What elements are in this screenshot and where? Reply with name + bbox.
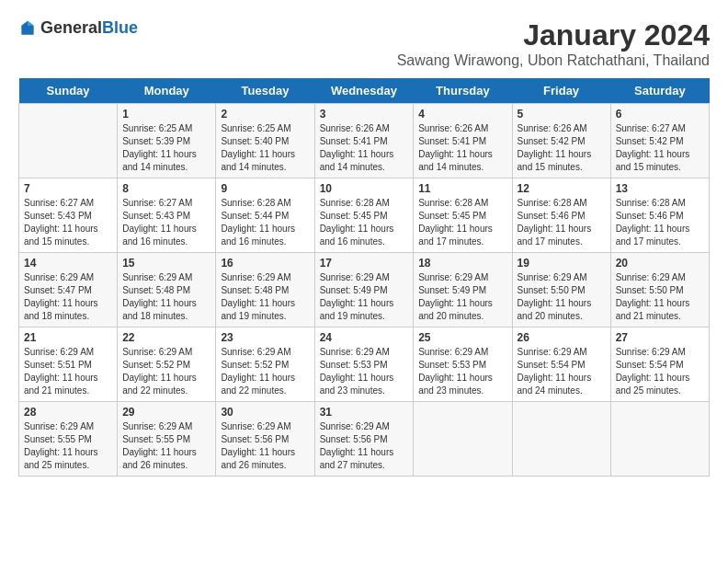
week-row-4: 21Sunrise: 6:29 AM Sunset: 5:51 PM Dayli… — [19, 327, 710, 402]
date-number: 24 — [320, 331, 409, 344]
date-number: 29 — [122, 406, 210, 419]
date-number: 12 — [518, 182, 606, 195]
calendar-cell: 8Sunrise: 6:27 AM Sunset: 5:43 PM Daylig… — [118, 178, 216, 253]
date-number: 14 — [24, 257, 112, 270]
calendar-cell: 6Sunrise: 6:27 AM Sunset: 5:42 PM Daylig… — [610, 104, 709, 178]
date-number: 27 — [616, 331, 704, 344]
date-number: 5 — [518, 108, 606, 121]
calendar-cell: 30Sunrise: 6:29 AM Sunset: 5:56 PM Dayli… — [216, 402, 314, 477]
cell-info: Sunrise: 6:29 AM Sunset: 5:56 PM Dayligh… — [221, 420, 309, 472]
day-header-sunday: Sunday — [19, 78, 118, 104]
date-number: 2 — [221, 108, 309, 121]
cell-info: Sunrise: 6:29 AM Sunset: 5:48 PM Dayligh… — [221, 271, 309, 323]
calendar-cell: 9Sunrise: 6:28 AM Sunset: 5:44 PM Daylig… — [216, 178, 314, 253]
cell-info: Sunrise: 6:29 AM Sunset: 5:54 PM Dayligh… — [518, 346, 606, 397]
calendar-cell — [610, 402, 709, 477]
cell-info: Sunrise: 6:26 AM Sunset: 5:41 PM Dayligh… — [320, 122, 409, 174]
date-number: 21 — [24, 331, 112, 344]
calendar-cell: 7Sunrise: 6:27 AM Sunset: 5:43 PM Daylig… — [19, 178, 118, 253]
calendar-cell: 20Sunrise: 6:29 AM Sunset: 5:50 PM Dayli… — [610, 253, 709, 327]
calendar-cell: 31Sunrise: 6:29 AM Sunset: 5:56 PM Dayli… — [314, 402, 414, 477]
cell-info: Sunrise: 6:28 AM Sunset: 5:45 PM Dayligh… — [418, 197, 506, 248]
calendar-cell: 3Sunrise: 6:26 AM Sunset: 5:41 PM Daylig… — [314, 104, 414, 178]
calendar-cell: 16Sunrise: 6:29 AM Sunset: 5:48 PM Dayli… — [216, 253, 314, 327]
calendar-cell: 17Sunrise: 6:29 AM Sunset: 5:49 PM Dayli… — [314, 253, 414, 327]
subtitle: Sawang Wirawong, Ubon Ratchathani, Thail… — [397, 52, 710, 69]
calendar-cell: 27Sunrise: 6:29 AM Sunset: 5:54 PM Dayli… — [610, 327, 709, 402]
day-header-tuesday: Tuesday — [216, 78, 314, 104]
cell-info: Sunrise: 6:29 AM Sunset: 5:56 PM Dayligh… — [320, 420, 409, 472]
cell-info: Sunrise: 6:29 AM Sunset: 5:50 PM Dayligh… — [518, 271, 606, 323]
calendar-cell: 24Sunrise: 6:29 AM Sunset: 5:53 PM Dayli… — [314, 327, 414, 402]
cell-info: Sunrise: 6:29 AM Sunset: 5:55 PM Dayligh… — [24, 420, 112, 472]
cell-info: Sunrise: 6:25 AM Sunset: 5:39 PM Dayligh… — [122, 122, 210, 174]
date-number: 4 — [418, 108, 506, 121]
calendar-cell: 18Sunrise: 6:29 AM Sunset: 5:49 PM Dayli… — [414, 253, 512, 327]
calendar-cell: 25Sunrise: 6:29 AM Sunset: 5:53 PM Dayli… — [414, 327, 512, 402]
date-number: 18 — [418, 257, 506, 270]
date-number: 3 — [320, 108, 409, 121]
cell-info: Sunrise: 6:29 AM Sunset: 5:52 PM Dayligh… — [122, 346, 210, 397]
main-title: January 2024 — [397, 18, 710, 52]
cell-info: Sunrise: 6:25 AM Sunset: 5:40 PM Dayligh… — [221, 122, 309, 174]
logo-icon — [18, 19, 37, 38]
cell-info: Sunrise: 6:29 AM Sunset: 5:50 PM Dayligh… — [616, 271, 704, 323]
cell-info: Sunrise: 6:26 AM Sunset: 5:42 PM Dayligh… — [518, 122, 606, 174]
cell-info: Sunrise: 6:29 AM Sunset: 5:49 PM Dayligh… — [418, 271, 506, 323]
cell-info: Sunrise: 6:29 AM Sunset: 5:49 PM Dayligh… — [320, 271, 409, 323]
date-number: 15 — [122, 257, 210, 270]
week-row-5: 28Sunrise: 6:29 AM Sunset: 5:55 PM Dayli… — [19, 402, 710, 477]
calendar-cell: 28Sunrise: 6:29 AM Sunset: 5:55 PM Dayli… — [19, 402, 118, 477]
cell-info: Sunrise: 6:28 AM Sunset: 5:44 PM Dayligh… — [221, 197, 309, 248]
date-number: 9 — [221, 182, 309, 195]
cell-info: Sunrise: 6:28 AM Sunset: 5:45 PM Dayligh… — [320, 197, 409, 248]
date-number: 7 — [24, 182, 112, 195]
date-number: 30 — [221, 406, 309, 419]
calendar-cell: 21Sunrise: 6:29 AM Sunset: 5:51 PM Dayli… — [19, 327, 118, 402]
date-number: 1 — [122, 108, 210, 121]
date-number: 23 — [221, 331, 309, 344]
calendar-table: SundayMondayTuesdayWednesdayThursdayFrid… — [18, 78, 710, 477]
cell-info: Sunrise: 6:27 AM Sunset: 5:42 PM Dayligh… — [616, 122, 704, 174]
cell-info: Sunrise: 6:29 AM Sunset: 5:52 PM Dayligh… — [221, 346, 309, 397]
cell-info: Sunrise: 6:29 AM Sunset: 5:54 PM Dayligh… — [616, 346, 704, 397]
date-number: 31 — [320, 406, 409, 419]
logo-text-general: General — [40, 18, 102, 37]
cell-info: Sunrise: 6:28 AM Sunset: 5:46 PM Dayligh… — [518, 197, 606, 248]
calendar-cell: 12Sunrise: 6:28 AM Sunset: 5:46 PM Dayli… — [512, 178, 610, 253]
cell-info: Sunrise: 6:29 AM Sunset: 5:53 PM Dayligh… — [320, 346, 409, 397]
title-area: January 2024 Sawang Wirawong, Ubon Ratch… — [397, 18, 710, 69]
calendar-cell: 29Sunrise: 6:29 AM Sunset: 5:55 PM Dayli… — [118, 402, 216, 477]
calendar-cell — [414, 402, 512, 477]
date-number: 13 — [616, 182, 704, 195]
calendar-cell — [512, 402, 610, 477]
date-number: 16 — [221, 257, 309, 270]
cell-info: Sunrise: 6:29 AM Sunset: 5:48 PM Dayligh… — [122, 271, 210, 323]
date-number: 28 — [24, 406, 112, 419]
day-header-wednesday: Wednesday — [314, 78, 414, 104]
day-header-thursday: Thursday — [414, 78, 512, 104]
cell-info: Sunrise: 6:26 AM Sunset: 5:41 PM Dayligh… — [418, 122, 506, 174]
calendar-cell: 1Sunrise: 6:25 AM Sunset: 5:39 PM Daylig… — [118, 104, 216, 178]
calendar-cell: 19Sunrise: 6:29 AM Sunset: 5:50 PM Dayli… — [512, 253, 610, 327]
calendar-cell: 26Sunrise: 6:29 AM Sunset: 5:54 PM Dayli… — [512, 327, 610, 402]
calendar-cell: 11Sunrise: 6:28 AM Sunset: 5:45 PM Dayli… — [414, 178, 512, 253]
week-row-3: 14Sunrise: 6:29 AM Sunset: 5:47 PM Dayli… — [19, 253, 710, 327]
date-number: 20 — [616, 257, 704, 270]
date-number: 17 — [320, 257, 409, 270]
cell-info: Sunrise: 6:27 AM Sunset: 5:43 PM Dayligh… — [24, 197, 112, 248]
date-number: 22 — [122, 331, 210, 344]
week-row-2: 7Sunrise: 6:27 AM Sunset: 5:43 PM Daylig… — [19, 178, 710, 253]
week-row-1: 1Sunrise: 6:25 AM Sunset: 5:39 PM Daylig… — [19, 104, 710, 178]
date-number: 6 — [616, 108, 704, 121]
calendar-cell: 23Sunrise: 6:29 AM Sunset: 5:52 PM Dayli… — [216, 327, 314, 402]
day-header-saturday: Saturday — [610, 78, 709, 104]
calendar-cell: 4Sunrise: 6:26 AM Sunset: 5:41 PM Daylig… — [414, 104, 512, 178]
calendar-cell: 14Sunrise: 6:29 AM Sunset: 5:47 PM Dayli… — [19, 253, 118, 327]
logo-text-blue: Blue — [102, 18, 138, 37]
cell-info: Sunrise: 6:29 AM Sunset: 5:55 PM Dayligh… — [122, 420, 210, 472]
calendar-body: 1Sunrise: 6:25 AM Sunset: 5:39 PM Daylig… — [19, 104, 710, 477]
date-number: 10 — [320, 182, 409, 195]
calendar-cell: 5Sunrise: 6:26 AM Sunset: 5:42 PM Daylig… — [512, 104, 610, 178]
cell-info: Sunrise: 6:27 AM Sunset: 5:43 PM Dayligh… — [122, 197, 210, 248]
